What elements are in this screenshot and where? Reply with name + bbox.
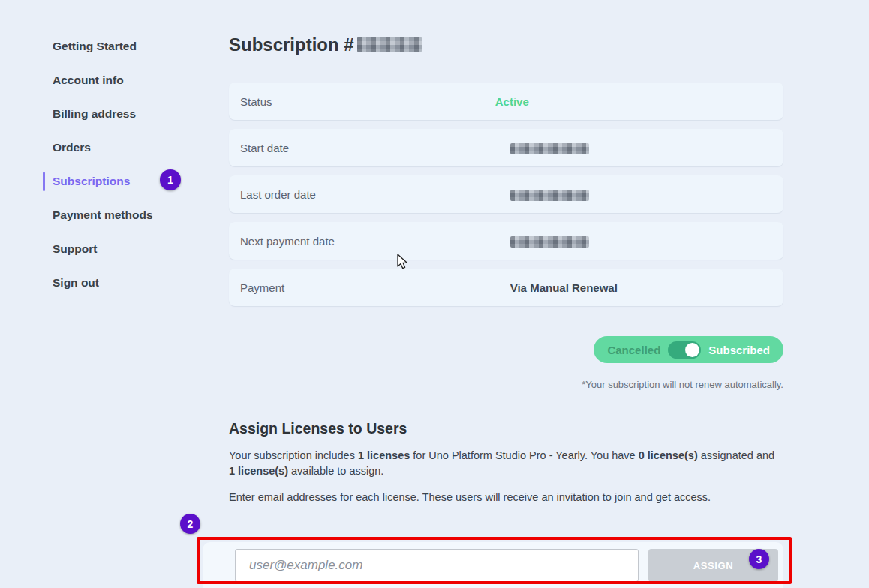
sidebar-item-sign-out[interactable]: Sign out (53, 274, 225, 292)
sidebar-nav: Getting StartedAccount infoBilling addre… (0, 0, 225, 308)
assign-license-form: ASSIGN (203, 542, 783, 588)
row-value (510, 141, 589, 154)
toggle-knob (685, 343, 699, 357)
sidebar-item-orders[interactable]: Orders (53, 139, 225, 157)
annotation-badge-2: 2 (180, 514, 200, 534)
sidebar-item-label: Support (53, 242, 97, 255)
toggle-row: Cancelled Subscribed (229, 336, 783, 363)
toggle-subscribed-label: Subscribed (708, 344, 770, 356)
main-content: Subscription # StatusActiveStart dateLas… (229, 0, 783, 588)
table-row: StatusActive (229, 82, 783, 120)
sidebar-item-label: Account info (53, 74, 124, 86)
subscription-details-table: StatusActiveStart dateLast order dateNex… (229, 82, 783, 306)
sidebar-item-label: Getting Started (53, 40, 137, 52)
table-row: PaymentVia Manual Renewal (229, 268, 783, 306)
sidebar-item-support[interactable]: Support (53, 240, 225, 258)
row-label: Status (229, 95, 495, 108)
active-indicator-bar (43, 172, 45, 191)
toggle-cancelled-label: Cancelled (607, 344, 660, 356)
row-value: Active (495, 95, 529, 108)
sidebar-item-label: Payment methods (53, 208, 153, 221)
redacted-value (510, 190, 589, 201)
redacted-value (510, 236, 589, 248)
row-label: Next payment date (229, 235, 495, 248)
sidebar-item-label: Orders (53, 141, 91, 154)
row-value (510, 188, 589, 201)
sidebar-item-label: Billing address (53, 107, 136, 120)
sidebar-item-label: Subscriptions (53, 175, 130, 188)
row-value (510, 234, 589, 248)
row-label: Start date (229, 142, 495, 154)
toggle-switch[interactable] (668, 341, 701, 358)
license-summary-text: Your subscription includes 1 licenses fo… (229, 448, 783, 479)
redacted-value (510, 143, 589, 154)
sidebar-item-subscriptions[interactable]: Subscriptions (53, 172, 225, 190)
table-row: Next payment date (229, 222, 783, 260)
license-email-input[interactable] (235, 549, 639, 582)
annotation-badge-1: 1 (160, 170, 181, 190)
redacted-subscription-number (357, 37, 422, 52)
table-row: Start date (229, 129, 783, 166)
sidebar-item-payment-methods[interactable]: Payment methods (53, 206, 225, 224)
mouse-cursor-icon (396, 254, 410, 270)
license-instructions-text: Enter email addresses for each license. … (229, 491, 783, 503)
assign-section-title: Assign Licenses to Users (229, 420, 783, 437)
annotation-badge-3: 3 (749, 549, 769, 569)
subscription-status-toggle[interactable]: Cancelled Subscribed (594, 336, 783, 363)
section-divider (229, 406, 783, 407)
row-label: Last order date (229, 188, 495, 201)
table-row: Last order date (229, 176, 783, 213)
row-value: Via Manual Renewal (510, 281, 618, 294)
sidebar-item-label: Sign out (53, 276, 99, 289)
sidebar-item-getting-started[interactable]: Getting Started (53, 38, 225, 56)
row-label: Payment (229, 281, 495, 294)
sidebar-item-account-info[interactable]: Account info (53, 71, 225, 89)
page-title-text: Subscription # (229, 34, 354, 55)
renewal-footnote: *Your subscription will not renew automa… (229, 379, 783, 390)
page-title: Subscription # (229, 33, 783, 57)
subscription-page: { "sidebar": { "items": [ { "label": "Ge… (0, 0, 869, 588)
sidebar-item-billing-address[interactable]: Billing address (53, 105, 225, 123)
